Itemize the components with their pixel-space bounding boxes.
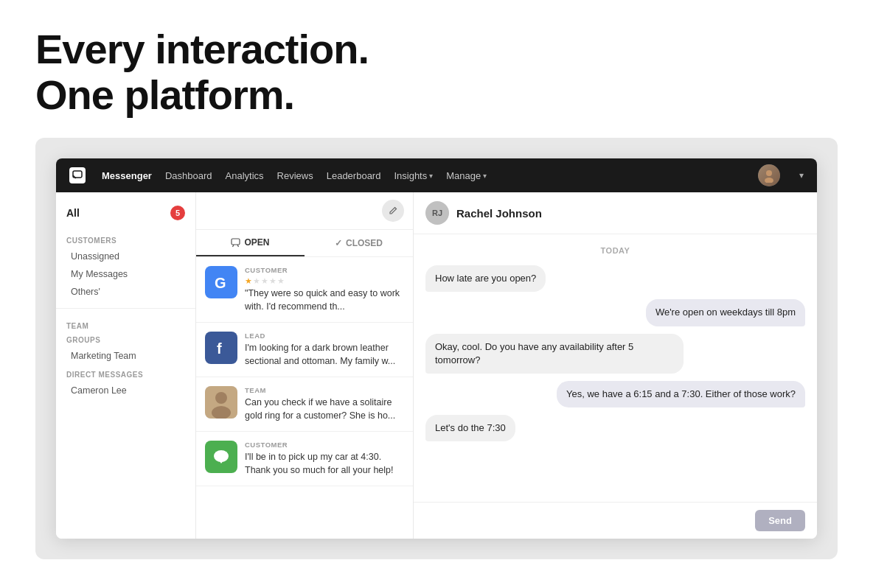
sidebar-badge: 5 (170, 206, 185, 220)
sidebar-all-section: All 5 (56, 201, 195, 225)
conv-icon-facebook: f (205, 332, 237, 364)
conv-type-1: LEAD (245, 332, 404, 340)
svg-point-12 (214, 450, 229, 462)
hero-line2: One platform. (35, 71, 294, 118)
svg-point-10 (215, 392, 227, 404)
msg-row-1: We're open on weekdays till 8pm (425, 299, 805, 326)
nav-leaderboard[interactable]: Leaderboard (327, 170, 381, 181)
conv-text-3: I'll be in to pick up my car at 4:30. Th… (245, 451, 404, 477)
app-window: Messenger Dashboard Analytics Reviews Le… (56, 158, 817, 539)
avatar-chevron-icon: ▾ (799, 170, 804, 181)
check-icon: ✓ (335, 238, 342, 248)
msg-bubble-0: How late are you open? (425, 265, 546, 292)
conversation-list: G CUSTOMER ★ ★ ★ ★ ★ (196, 257, 413, 539)
tab-closed[interactable]: ✓ CLOSED (305, 230, 413, 256)
nav-insights[interactable]: Insights ▾ (394, 170, 433, 181)
conv-text-0: "They were so quick and easy to work wit… (245, 287, 404, 313)
nav-messenger[interactable]: Messenger (102, 170, 152, 181)
star-1: ★ (245, 276, 252, 286)
msg-row-0: How late are you open? (425, 265, 805, 292)
conv-text-1: I'm looking for a dark brown leather sec… (245, 342, 404, 368)
conv-body-0: CUSTOMER ★ ★ ★ ★ ★ "They were so quick a… (245, 266, 404, 313)
user-avatar[interactable] (758, 164, 780, 186)
nav-dashboard[interactable]: Dashboard (165, 170, 212, 181)
sidebar-item-marketing-team[interactable]: Marketing Team (56, 347, 195, 365)
sms-bubble-icon (212, 447, 231, 466)
svg-rect-4 (232, 239, 240, 245)
chat-header: RJ Rachel Johnson (414, 192, 817, 234)
star-2: ★ (253, 276, 260, 286)
star-row: ★ ★ ★ ★ ★ (245, 276, 404, 286)
avatar-svg (762, 168, 776, 183)
chat-footer: Send (414, 502, 817, 539)
topnav-links: Messenger Dashboard Analytics Reviews Le… (102, 170, 742, 181)
conv-type-0: CUSTOMER (245, 266, 404, 274)
sidebar-team-label: TEAM (56, 316, 195, 333)
facebook-f-icon: f (212, 338, 231, 357)
nav-manage[interactable]: Manage ▾ (446, 170, 487, 181)
svg-text:f: f (217, 340, 222, 357)
google-g-icon: G (212, 273, 231, 292)
chat-body: TODAY How late are you open? We're open … (414, 234, 817, 502)
avatar-image (758, 164, 780, 186)
conv-item-0[interactable]: G CUSTOMER ★ ★ ★ ★ ★ (196, 257, 413, 323)
main-content: All 5 CUSTOMERS Unassigned My Messages O… (56, 192, 817, 539)
middle-header (196, 192, 413, 230)
svg-point-3 (765, 178, 773, 183)
chat-panel: RJ Rachel Johnson TODAY How late are you… (414, 192, 817, 539)
chat-contact-avatar: RJ (425, 201, 449, 225)
conv-text-2: Can you check if we have a solitaire gol… (245, 396, 404, 422)
sidebar-groups-label: GROUPS (56, 333, 195, 347)
msg-bubble-2: Okay, cool. Do you have any availability… (425, 334, 684, 374)
chat-date-divider: TODAY (425, 246, 805, 255)
sidebar-customers-label: CUSTOMERS (56, 231, 195, 248)
conv-item-3[interactable]: CUSTOMER I'll be in to pick up my car at… (196, 432, 413, 486)
conv-type-3: CUSTOMER (245, 441, 404, 449)
msg-bubble-4: Let's do the 7:30 (425, 415, 515, 441)
sidebar-divider (56, 308, 195, 309)
msg-row-2: Okay, cool. Do you have any availability… (425, 334, 805, 374)
conv-icon-team (205, 386, 237, 419)
msg-row-3: Yes, we have a 6:15 and a 7:30. Either o… (425, 381, 805, 407)
sidebar-item-unassigned[interactable]: Unassigned (56, 248, 195, 265)
middle-panel: OPEN ✓ CLOSED G (196, 192, 414, 539)
conv-item-2[interactable]: TEAM Can you check if we have a solitair… (196, 377, 413, 432)
conv-icon-google: G (205, 266, 237, 298)
logo-icon (69, 167, 86, 183)
nav-reviews[interactable]: Reviews (277, 170, 313, 181)
svg-marker-13 (219, 461, 223, 463)
sidebar-all-label: All (66, 207, 80, 219)
hero-section: Every interaction. One platform. (0, 0, 873, 138)
sidebar-item-my-messages[interactable]: My Messages (56, 265, 195, 283)
manage-chevron-icon: ▾ (483, 172, 487, 180)
msg-row-4: Let's do the 7:30 (425, 415, 805, 441)
star-3: ★ (261, 276, 268, 286)
tab-open[interactable]: OPEN (196, 230, 305, 256)
sidebar-item-cameron-lee[interactable]: Cameron Lee (56, 382, 195, 399)
star-4: ★ (269, 276, 276, 286)
team-avatar-svg (205, 386, 237, 419)
svg-text:G: G (215, 275, 226, 291)
hero-title: Every interaction. One platform. (35, 27, 838, 117)
chat-contact-name: Rachel Johnson (456, 207, 542, 220)
conv-item-1[interactable]: f LEAD I'm looking for a dark brown leat… (196, 323, 413, 377)
edit-button[interactable] (382, 200, 404, 222)
conv-body-3: CUSTOMER I'll be in to pick up my car at… (245, 441, 404, 477)
hero-line1: Every interaction. (35, 26, 369, 72)
sidebar-dm-label: DIRECT MESSAGES (56, 365, 195, 382)
msg-bubble-3: Yes, we have a 6:15 and a 7:30. Either o… (557, 381, 805, 407)
sidebar: All 5 CUSTOMERS Unassigned My Messages O… (56, 192, 196, 539)
insights-chevron-icon: ▾ (429, 172, 433, 180)
send-button[interactable]: Send (755, 510, 805, 531)
edit-icon (388, 206, 398, 216)
sidebar-item-others[interactable]: Others' (56, 283, 195, 301)
nav-analytics[interactable]: Analytics (226, 170, 264, 181)
app-wrapper: Messenger Dashboard Analytics Reviews Le… (35, 138, 838, 559)
conv-body-1: LEAD I'm looking for a dark brown leathe… (245, 332, 404, 368)
conv-body-2: TEAM Can you check if we have a solitair… (245, 386, 404, 422)
conv-icon-sms (205, 441, 237, 473)
topnav-logo (69, 167, 86, 183)
svg-point-2 (766, 170, 772, 176)
star-5: ★ (277, 276, 285, 286)
topnav: Messenger Dashboard Analytics Reviews Le… (56, 158, 817, 192)
